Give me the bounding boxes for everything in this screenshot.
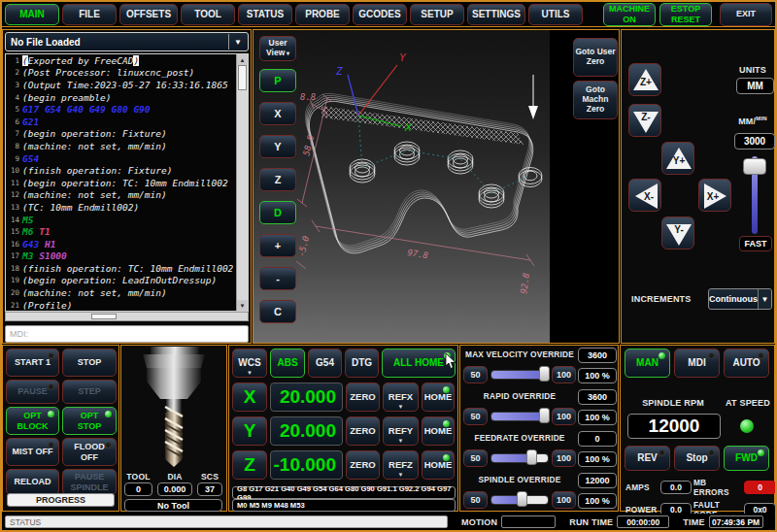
view-button--[interactable]: - [259, 267, 296, 290]
gcode-line[interactable]: 20(machine: not set, mm/min) [6, 286, 248, 299]
home-y-button[interactable]: HOME [422, 416, 455, 446]
override-slider-track[interactable] [490, 453, 549, 463]
vertical-scroll-thumb[interactable] [238, 65, 247, 90]
mode-button-mdi[interactable]: MDI [674, 349, 720, 378]
override-50-button[interactable]: 50 [463, 491, 488, 509]
jog-speed-handle[interactable] [743, 158, 766, 175]
nav-tab-probe[interactable]: PROBE [295, 4, 350, 25]
cycle-button-flood-off[interactable]: FLOOD OFF [62, 438, 117, 466]
gcode-line[interactable]: 8(machine: not set, mm/min) [6, 140, 248, 152]
gcode-line[interactable]: 3(Output Time:2023-05-27 16:33:16.1865 [6, 79, 248, 91]
gcode-line[interactable]: 4(begin preamble) [6, 91, 248, 104]
nav-tab-file[interactable]: FILE [62, 4, 117, 25]
gcode-line[interactable]: 21(Profile) [6, 299, 248, 312]
gcode-line[interactable]: 15M6 T1 [6, 225, 248, 238]
view-button-z[interactable]: Z [259, 168, 296, 191]
nav-tab-main[interactable]: MAIN [5, 4, 59, 25]
gcode-line[interactable]: 7(begin operation: Fixture) [6, 128, 248, 141]
override-50-button[interactable]: 50 [463, 366, 488, 383]
file-selector[interactable]: No File Loaded ▼ [5, 32, 249, 51]
cycle-button-opt-stop[interactable]: OPT STOP [62, 407, 117, 435]
mdi-input[interactable] [5, 325, 249, 343]
gcode-line[interactable]: 9G54 [6, 152, 248, 165]
view-button-x[interactable]: X [259, 102, 296, 125]
zero-x-button[interactable]: ZERO [346, 382, 380, 412]
increments-combo[interactable]: Continuous ▼ [708, 288, 772, 310]
gcode-line[interactable]: 5G17 G54 G40 G49 G80 G90 [6, 103, 248, 116]
gcode-line[interactable]: 13(TC: 10mm Endmill002) [6, 201, 248, 214]
axis-letter-x[interactable]: X [232, 382, 267, 412]
nav-tab-gcodes[interactable]: GCODES [353, 4, 407, 25]
view-button-p[interactable]: P [259, 69, 296, 92]
nav-tab-setup[interactable]: SETUP [410, 4, 464, 25]
jog-button-zminus[interactable]: Z- [628, 104, 661, 137]
dro-button-dtg[interactable]: DTG [345, 349, 379, 378]
jog-button-yminus[interactable]: Y- [661, 216, 694, 249]
jog-button-zplus[interactable]: Z+ [628, 63, 661, 96]
jog-button-xminus[interactable]: X- [628, 179, 661, 212]
view-button-c[interactable]: C [259, 300, 296, 323]
jog-button-yplus[interactable]: Y+ [661, 142, 694, 175]
ref-y-button[interactable]: REFY▼ [383, 416, 419, 446]
view-button-+[interactable]: + [259, 234, 296, 257]
cycle-button-reload[interactable]: RELOAD [6, 469, 59, 495]
gcode-line[interactable]: 11(begin operation: TC: 10mm Endmill002 [6, 177, 248, 189]
gcode-line[interactable]: 16G43 H1 [6, 238, 248, 250]
axis-letter-y[interactable]: Y [232, 416, 267, 446]
gcode-line[interactable]: 6G21 [6, 116, 248, 128]
gcode-line[interactable]: 19(begin operation: LeadInOutDressup) [6, 275, 248, 287]
increments-arrow-icon[interactable]: ▼ [758, 289, 771, 309]
gcode-line[interactable]: 2(Post Processor: linuxcnc_post) [6, 67, 248, 80]
goto-machine-zero-button[interactable]: Goto Machn Zero [573, 81, 618, 119]
gcode-line[interactable]: 17M3 S1000 [6, 250, 248, 263]
home-x-button[interactable]: HOME [422, 382, 455, 412]
override-100-button[interactable]: 100 [552, 491, 576, 509]
scroll-down-icon[interactable]: ▼ [237, 300, 248, 311]
horizontal-scroll-thumb[interactable] [91, 314, 117, 319]
cycle-button-start-1[interactable]: START 1 [6, 349, 59, 377]
spindle-button-fwd[interactable]: FWD [724, 446, 769, 471]
override-100-button[interactable]: 100 [552, 366, 576, 383]
view-button-y[interactable]: Y [259, 135, 296, 158]
zero-y-button[interactable]: ZERO [346, 416, 380, 446]
cycle-button-mist-off[interactable]: MIST OFF [6, 438, 59, 466]
override-slider-handle[interactable] [517, 491, 527, 507]
dro-button-g54[interactable]: G54 [308, 349, 342, 378]
ref-x-button[interactable]: REFX▼ [383, 382, 419, 412]
axis-letter-z[interactable]: Z [232, 450, 267, 480]
gcode-line[interactable]: 10(finish operation: Fixture) [6, 164, 248, 177]
dro-button-abs[interactable]: ABS [270, 349, 305, 378]
mode-button-auto[interactable]: AUTO [724, 349, 769, 378]
view-button-d[interactable]: D [259, 201, 296, 224]
override-slider-track[interactable] [490, 412, 549, 421]
machine-on-button[interactable]: MACHINE ON [603, 3, 656, 26]
override-100-button[interactable]: 100 [552, 408, 576, 425]
user-view-button[interactable]: User View ▾ [259, 36, 296, 61]
override-slider-handle[interactable] [539, 366, 550, 382]
gcode-line[interactable]: 12(machine: not set, mm/min) [6, 189, 248, 202]
gcode-editor[interactable]: 1(Exported by FreeCAD)2(Post Processor: … [5, 53, 249, 312]
spindle-button-rev[interactable]: REV [625, 446, 670, 471]
nav-tab-status[interactable]: STATUS [238, 4, 292, 25]
nav-tab-offsets[interactable]: OFFSETS [119, 4, 178, 25]
estop-reset-button[interactable]: ESTOP RESET [659, 3, 712, 26]
gcode-line[interactable]: 14M5 [6, 214, 248, 226]
override-50-button[interactable]: 50 [463, 449, 488, 467]
goto-user-zero-button[interactable]: Goto User Zero [573, 38, 618, 77]
jog-speed-slider[interactable] [743, 156, 766, 234]
dro-button-wcs[interactable]: WCS▼ [232, 349, 267, 378]
nav-tab-utils[interactable]: UTILS [528, 4, 583, 25]
override-50-button[interactable]: 50 [463, 408, 488, 425]
override-slider-handle[interactable] [539, 408, 550, 423]
cycle-button-opt-block[interactable]: OPT BLOCK [6, 407, 59, 435]
home-z-button[interactable]: HOME [422, 450, 455, 480]
override-slider-track[interactable] [490, 370, 549, 380]
file-selector-arrow-icon[interactable]: ▼ [228, 34, 247, 50]
nav-tab-tool[interactable]: TOOL [181, 4, 235, 25]
mode-button-man[interactable]: MAN [625, 349, 670, 378]
override-slider-handle[interactable] [526, 449, 537, 465]
jog-button-xplus[interactable]: X+ [698, 179, 731, 212]
gcode-line[interactable]: 18(finish operation: TC: 10mm Endmill002 [6, 262, 248, 275]
gcode-line[interactable]: 1(Exported by FreeCAD) [6, 54, 248, 67]
scroll-up-icon[interactable]: ▲ [237, 54, 248, 65]
